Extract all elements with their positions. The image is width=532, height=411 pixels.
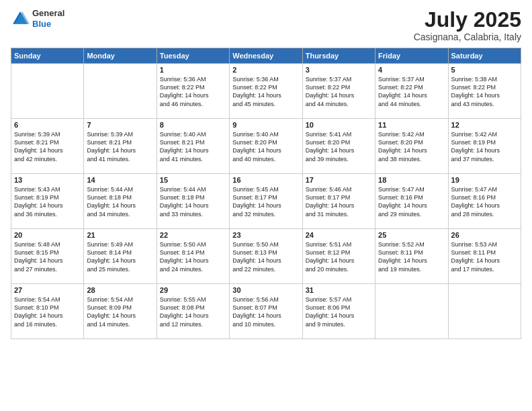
day-number: 14 [87,176,153,184]
day-number: 15 [160,176,226,184]
header-cell-friday: Friday [375,48,448,64]
cell-info: Sunrise: 5:37 AMSunset: 8:22 PMDaylight:… [378,75,445,108]
day-number: 21 [87,231,153,239]
calendar-cell: 27Sunrise: 5:54 AMSunset: 8:10 PMDayligh… [11,284,84,339]
cell-info: Sunrise: 5:39 AMSunset: 8:21 PMDaylight:… [14,130,81,163]
day-number: 22 [160,231,226,239]
day-number: 12 [451,121,518,129]
cell-info: Sunrise: 5:55 AMSunset: 8:08 PMDaylight:… [160,295,226,328]
cell-info: Sunrise: 5:43 AMSunset: 8:19 PMDaylight:… [14,185,81,218]
day-number: 9 [232,121,299,129]
day-number: 4 [378,66,445,74]
day-number: 24 [306,231,372,239]
logo-general: General [32,8,64,18]
cell-info: Sunrise: 5:46 AMSunset: 8:17 PMDaylight:… [306,185,372,218]
week-row-4: 27Sunrise: 5:54 AMSunset: 8:10 PMDayligh… [11,284,521,339]
calendar-cell [84,64,157,119]
header-cell-monday: Monday [84,48,157,64]
day-number: 10 [306,121,372,129]
calendar-table: SundayMondayTuesdayWednesdayThursdayFrid… [11,48,521,339]
day-number: 19 [451,176,518,184]
calendar-cell: 1Sunrise: 5:36 AMSunset: 8:22 PMDaylight… [157,64,229,119]
cell-info: Sunrise: 5:52 AMSunset: 8:11 PMDaylight:… [378,240,445,273]
day-number: 3 [306,66,372,74]
day-number: 26 [451,231,518,239]
cell-info: Sunrise: 5:42 AMSunset: 8:19 PMDaylight:… [451,130,518,163]
day-number: 13 [14,176,81,184]
logo: General Blue [11,8,64,29]
calendar-cell: 20Sunrise: 5:48 AMSunset: 8:15 PMDayligh… [11,229,84,284]
cell-info: Sunrise: 5:44 AMSunset: 8:18 PMDaylight:… [87,185,153,218]
day-number: 30 [232,286,299,294]
title-month: July 2025 [414,8,521,32]
day-number: 5 [451,66,518,74]
cell-info: Sunrise: 5:56 AMSunset: 8:07 PMDaylight:… [232,295,299,328]
cell-info: Sunrise: 5:54 AMSunset: 8:09 PMDaylight:… [87,295,153,328]
day-number: 17 [306,176,372,184]
day-number: 28 [87,286,153,294]
week-row-3: 20Sunrise: 5:48 AMSunset: 8:15 PMDayligh… [11,229,521,284]
week-row-2: 13Sunrise: 5:43 AMSunset: 8:19 PMDayligh… [11,174,521,229]
calendar-cell: 30Sunrise: 5:56 AMSunset: 8:07 PMDayligh… [230,284,302,339]
day-number: 8 [160,121,226,129]
day-number: 29 [160,286,226,294]
day-number: 6 [14,121,81,129]
cell-info: Sunrise: 5:36 AMSunset: 8:22 PMDaylight:… [160,75,226,108]
calendar-cell: 12Sunrise: 5:42 AMSunset: 8:19 PMDayligh… [448,119,521,174]
page: General Blue July 2025 Casignana, Calabr… [0,0,532,411]
title-location: Casignana, Calabria, Italy [414,32,521,42]
header-row: SundayMondayTuesdayWednesdayThursdayFrid… [11,48,521,64]
calendar-cell: 22Sunrise: 5:50 AMSunset: 8:14 PMDayligh… [157,229,229,284]
cell-info: Sunrise: 5:41 AMSunset: 8:20 PMDaylight:… [306,130,372,163]
header-cell-wednesday: Wednesday [230,48,302,64]
calendar-cell: 13Sunrise: 5:43 AMSunset: 8:19 PMDayligh… [11,174,84,229]
calendar-cell: 2Sunrise: 5:36 AMSunset: 8:22 PMDaylight… [230,64,302,119]
calendar-cell: 16Sunrise: 5:45 AMSunset: 8:17 PMDayligh… [230,174,302,229]
cell-info: Sunrise: 5:54 AMSunset: 8:10 PMDaylight:… [14,295,81,328]
calendar-cell: 23Sunrise: 5:50 AMSunset: 8:13 PMDayligh… [230,229,302,284]
calendar-cell: 24Sunrise: 5:51 AMSunset: 8:12 PMDayligh… [302,229,375,284]
calendar-cell: 14Sunrise: 5:44 AMSunset: 8:18 PMDayligh… [84,174,157,229]
calendar-cell: 17Sunrise: 5:46 AMSunset: 8:17 PMDayligh… [302,174,375,229]
cell-info: Sunrise: 5:40 AMSunset: 8:20 PMDaylight:… [232,130,299,163]
logo-text: General Blue [32,8,64,29]
header-cell-thursday: Thursday [302,48,375,64]
cell-info: Sunrise: 5:51 AMSunset: 8:12 PMDaylight:… [306,240,372,273]
calendar-cell [375,284,448,339]
cell-info: Sunrise: 5:53 AMSunset: 8:11 PMDaylight:… [451,240,518,273]
day-number: 16 [232,176,299,184]
cell-info: Sunrise: 5:44 AMSunset: 8:18 PMDaylight:… [160,185,226,218]
cell-info: Sunrise: 5:57 AMSunset: 8:06 PMDaylight:… [306,295,372,328]
cell-info: Sunrise: 5:50 AMSunset: 8:14 PMDaylight:… [160,240,226,273]
cell-info: Sunrise: 5:42 AMSunset: 8:20 PMDaylight:… [378,130,445,163]
day-number: 23 [232,231,299,239]
calendar-cell: 26Sunrise: 5:53 AMSunset: 8:11 PMDayligh… [448,229,521,284]
calendar-cell: 25Sunrise: 5:52 AMSunset: 8:11 PMDayligh… [375,229,448,284]
cell-info: Sunrise: 5:38 AMSunset: 8:22 PMDaylight:… [451,75,518,108]
calendar-cell: 8Sunrise: 5:40 AMSunset: 8:21 PMDaylight… [157,119,229,174]
header-cell-tuesday: Tuesday [157,48,229,64]
cell-info: Sunrise: 5:49 AMSunset: 8:14 PMDaylight:… [87,240,153,273]
day-number: 7 [87,121,153,129]
calendar-cell: 7Sunrise: 5:39 AMSunset: 8:21 PMDaylight… [84,119,157,174]
day-number: 20 [14,231,81,239]
calendar-cell: 11Sunrise: 5:42 AMSunset: 8:20 PMDayligh… [375,119,448,174]
week-row-0: 1Sunrise: 5:36 AMSunset: 8:22 PMDaylight… [11,64,521,119]
cell-info: Sunrise: 5:47 AMSunset: 8:16 PMDaylight:… [378,185,445,218]
day-number: 25 [378,231,445,239]
day-number: 18 [378,176,445,184]
calendar-cell: 29Sunrise: 5:55 AMSunset: 8:08 PMDayligh… [157,284,229,339]
header-cell-sunday: Sunday [11,48,84,64]
cell-info: Sunrise: 5:39 AMSunset: 8:21 PMDaylight:… [87,130,153,163]
cell-info: Sunrise: 5:50 AMSunset: 8:13 PMDaylight:… [232,240,299,273]
calendar-cell: 19Sunrise: 5:47 AMSunset: 8:16 PMDayligh… [448,174,521,229]
cell-info: Sunrise: 5:45 AMSunset: 8:17 PMDaylight:… [232,185,299,218]
week-row-1: 6Sunrise: 5:39 AMSunset: 8:21 PMDaylight… [11,119,521,174]
logo-icon [11,9,30,28]
day-number: 27 [14,286,81,294]
cell-info: Sunrise: 5:47 AMSunset: 8:16 PMDaylight:… [451,185,518,218]
day-number: 1 [160,66,226,74]
day-number: 2 [232,66,299,74]
calendar-cell: 15Sunrise: 5:44 AMSunset: 8:18 PMDayligh… [157,174,229,229]
cell-info: Sunrise: 5:36 AMSunset: 8:22 PMDaylight:… [232,75,299,108]
